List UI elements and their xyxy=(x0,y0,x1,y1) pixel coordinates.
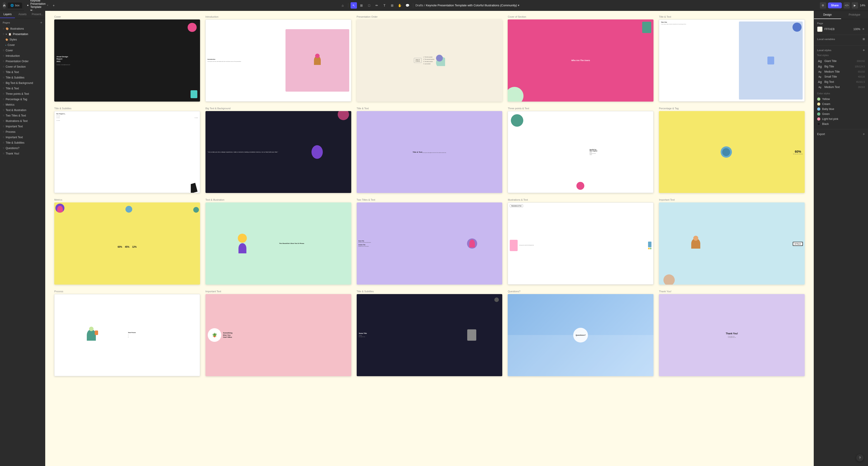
slide-metrics[interactable]: 60% 45% 12% xyxy=(54,202,200,285)
slide-illo-text[interactable]: Illustrations & Text Lorem ipsum text co… xyxy=(508,202,653,285)
slide-process[interactable]: Some Process 1.2.3. xyxy=(54,294,200,376)
breadcrumb-drafts[interactable]: Drafts xyxy=(415,4,423,7)
component-tool[interactable]: ⊞ xyxy=(389,2,395,8)
page-item-big-text-bg[interactable]: ⠿ Big Text & Background xyxy=(0,80,45,86)
comment-tool[interactable]: 💬 xyxy=(404,2,411,8)
page-item-process[interactable]: ⠿ Process xyxy=(0,129,45,135)
add-export-icon[interactable]: + xyxy=(863,132,865,136)
page-item-questions[interactable]: ⠿ Questions? xyxy=(0,145,45,151)
slide-title-sub[interactable]: Our Target Is... A Subtitle 2nd Subtitle… xyxy=(54,111,200,193)
page-item-presentation[interactable]: ⠿ ▾ 📋 Presentation xyxy=(0,31,45,37)
local-vars-icon[interactable]: ⊞ xyxy=(863,37,865,41)
page-item-important[interactable]: ⠿ Important Text xyxy=(0,124,45,129)
page-item-cover-section[interactable]: ⠿ Cover of Section xyxy=(0,64,45,69)
text-tool[interactable]: T xyxy=(381,2,388,8)
page-label: Illustrations xyxy=(10,27,24,30)
frame-tool[interactable]: ⊞ xyxy=(358,2,365,8)
slide-big-text-bg[interactable]: "Let us take you into a deeper experienc… xyxy=(206,111,351,193)
color-style-lighthotpink[interactable]: Light hot pink xyxy=(817,117,865,121)
slide-important1[interactable]: Q4 Report xyxy=(659,202,805,285)
slide-wrapper-title-text2: Title & Text Title & Text Lorem ipsum de… xyxy=(357,107,502,193)
color-style-cream[interactable]: Cream xyxy=(817,101,865,107)
page-label: Process xyxy=(6,130,16,134)
page-item-illo-text[interactable]: ⠿ Illustrations & Text xyxy=(0,118,45,124)
page-item-important2[interactable]: ⠿ Important Text xyxy=(0,135,45,140)
page-item-thankyou[interactable]: ⠿ Thank You! xyxy=(0,151,45,156)
page-item-cover-sub[interactable]: ▪ Cover xyxy=(0,42,45,48)
color-style-green[interactable]: Green xyxy=(817,112,865,117)
tab-keynote-icon: ✦ xyxy=(27,4,29,7)
color-style-black[interactable]: Black xyxy=(817,121,865,126)
play-button[interactable]: ▶ xyxy=(852,2,858,8)
settings-button[interactable]: ⚙ xyxy=(820,2,826,8)
slide-important2[interactable]: 🪴 SomethingElse YouCan't Miss xyxy=(206,294,351,376)
slide-three-points[interactable]: How We CanWork Together SubtitleDescript… xyxy=(508,111,653,193)
page-item-introduction[interactable]: ⠿ Introduction xyxy=(0,53,45,59)
text-style-medium-text[interactable]: Ag Medium Text 28/163 xyxy=(817,85,865,90)
slide-title-text2[interactable]: Title & Text Lorem ipsum description tex… xyxy=(357,111,502,193)
select-tool[interactable]: ↖ xyxy=(350,2,357,8)
pen-tool[interactable]: ✏ xyxy=(374,2,380,8)
tab-design[interactable]: Design xyxy=(814,11,841,19)
page-item-title-text[interactable]: ⠿ Title & Text xyxy=(0,69,45,75)
page-item-title-text2[interactable]: ⠿ Title & Text xyxy=(0,86,45,91)
tab-present[interactable]: Present... xyxy=(30,11,45,18)
page-color-hex[interactable]: FFFAEB xyxy=(825,28,851,31)
tab-assets[interactable]: Assets xyxy=(15,11,30,18)
code-button[interactable]: </> xyxy=(844,2,850,8)
breadcrumb-file-title[interactable]: Keynote Presentation Template with Color… xyxy=(426,4,517,7)
page-item-text-illo[interactable]: ⠿ Text & Illustration xyxy=(0,108,45,113)
slide-text-illo[interactable]: This Should Be A Short Text Or Phrase xyxy=(206,202,351,285)
slide-thankyou[interactable]: Thank You! Presentation titlecontact@ema… xyxy=(659,294,805,376)
slide-label-important1: Important Text xyxy=(659,198,805,201)
color-styles-header: Color styles xyxy=(817,92,865,95)
page-item-title-sub[interactable]: ⠿ Title & Subtitles xyxy=(0,75,45,80)
slide-label-metrics: Metrics xyxy=(54,198,200,201)
slide-questions[interactable]: Questions? xyxy=(508,294,653,376)
page-item-percentage[interactable]: ⠿ Percentage & Tag xyxy=(0,96,45,102)
toolbar-center: ⌂ ↖ ⊞ □ ✏ T ⊞ ✋ 💬 Drafts / Keynote Prese… xyxy=(45,2,814,8)
hand-tool[interactable]: ✋ xyxy=(397,2,403,8)
page-item-two-titles[interactable]: ⠿ Two Titles & Text xyxy=(0,113,45,118)
page-item-styles[interactable]: 🎨 Styles xyxy=(0,37,45,42)
page-item-title-sub2[interactable]: ⠿ Title & Subtitles xyxy=(0,140,45,145)
tab-box[interactable]: 🌐 box xyxy=(8,2,22,8)
slide-title-text1[interactable]: Title & Text Lorem ipsum dolor sit amet … xyxy=(659,20,805,101)
slide-intro[interactable]: Introduction Lorem ipsum text here with … xyxy=(206,20,351,101)
page-icon: 🎨 xyxy=(6,27,9,30)
text-style-medium-title[interactable]: Ag Medium Title 65/150 xyxy=(817,69,865,74)
slide-two-titles[interactable]: Some Title Description text goes here fo… xyxy=(357,202,502,285)
add-style-icon[interactable]: + xyxy=(863,48,865,52)
chevron-down-icon[interactable]: ▾ xyxy=(518,4,520,7)
page-label: Introduction xyxy=(6,54,20,57)
eye-icon[interactable]: 👁 xyxy=(862,28,865,31)
text-style-small-title[interactable]: Ag Small Title 40/116 xyxy=(817,74,865,79)
tab-layers[interactable]: Layers xyxy=(0,11,15,18)
page-item-three-points[interactable]: ⠿ Three points & Text xyxy=(0,91,45,96)
color-style-yellow[interactable]: Yellow xyxy=(817,96,865,101)
page-item-cover[interactable]: ⠿ Cover xyxy=(0,48,45,53)
slide-cover-section[interactable]: Who Are The Users xyxy=(508,20,653,101)
home-button[interactable] xyxy=(3,2,6,8)
page-label: Important Text xyxy=(6,125,23,128)
text-style-big-title[interactable]: Ag Big Title 105/124.5 xyxy=(817,64,865,69)
share-button[interactable]: Share xyxy=(828,2,842,8)
slide-cover[interactable]: Anual DesignReport2021 Contact: name@ema… xyxy=(54,20,200,101)
drag-handle-icon: ⠿ xyxy=(3,33,4,35)
tab-prototype[interactable]: Prototype xyxy=(841,11,868,19)
slide-order[interactable]: Table OfContents 1. The first section2. … xyxy=(357,20,502,101)
page-color-swatch[interactable] xyxy=(817,26,823,32)
slide-percentage[interactable]: 60% Shot tag with destination xyxy=(659,111,805,193)
shape-tool[interactable]: □ xyxy=(366,2,372,8)
slide-title-sub2[interactable]: Some Title SubtitleDescription text xyxy=(357,294,502,376)
page-item-illustrations[interactable]: ⠿ 🎨 Illustrations xyxy=(0,26,45,31)
home-icon[interactable]: ⌂ xyxy=(340,2,346,8)
page-label: Styles xyxy=(9,38,17,41)
color-style-babyblue[interactable]: Baby blue xyxy=(817,107,865,112)
page-item-pres-order[interactable]: ⠿ Presentation Order xyxy=(0,59,45,64)
text-style-big-text[interactable]: Ag Big Text 45/161.5 xyxy=(817,79,865,85)
page-item-metrics[interactable]: ⠿ Metrics xyxy=(0,102,45,108)
help-button[interactable]: ? xyxy=(856,454,864,462)
add-page-button[interactable]: + xyxy=(40,21,42,25)
text-style-giant-title[interactable]: Ag Giant Title 300/150 xyxy=(817,58,865,64)
